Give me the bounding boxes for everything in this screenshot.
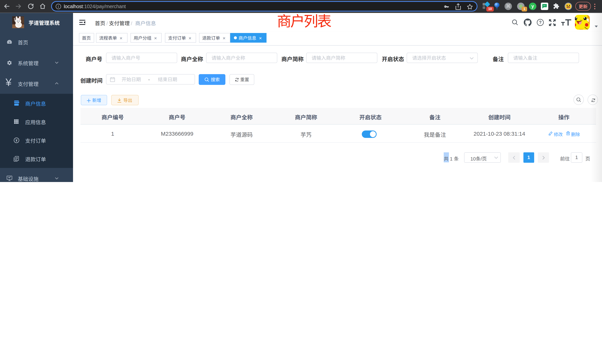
svg-text:¥: ¥ [16,139,17,142]
svg-text:?: ? [539,20,542,25]
